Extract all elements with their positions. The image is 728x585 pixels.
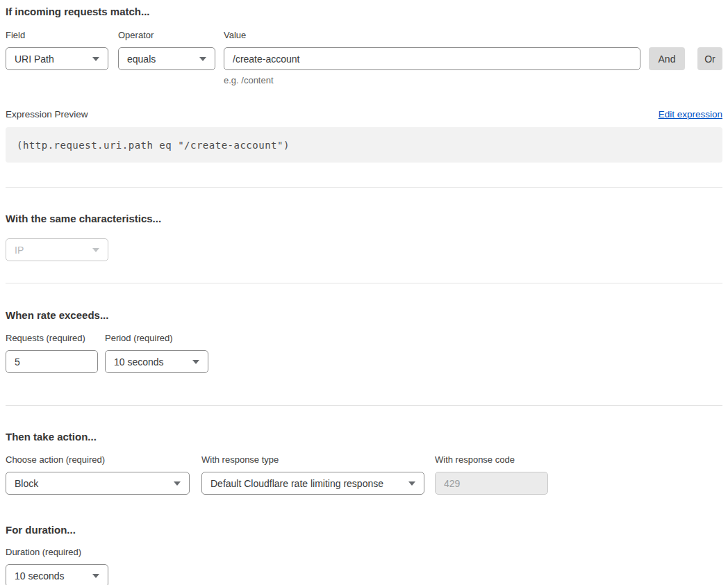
divider (6, 187, 722, 188)
operator-select[interactable]: equals (118, 47, 215, 70)
response-type-select-value: Default Cloudflare rate limiting respons… (210, 478, 383, 489)
action-row: Choose action (required) Block With resp… (6, 454, 722, 495)
field-select-value: URI Path (15, 53, 54, 65)
value-label: Value (224, 30, 640, 40)
section-for-duration: For duration... Duration (required) 10 s… (6, 524, 722, 585)
response-type-label: With response type (201, 454, 424, 465)
or-button[interactable]: Or (697, 47, 722, 70)
response-code-input (435, 472, 548, 495)
duration-select[interactable]: 10 seconds (6, 564, 108, 585)
response-code-label: With response code (435, 454, 548, 465)
expression-preview-code: (http.request.uri.path eq "/create-accou… (6, 127, 722, 163)
chevron-down-icon (92, 248, 99, 252)
operator-label: Operator (118, 30, 215, 40)
section-heading-action: Then take action... (6, 431, 722, 443)
field-select[interactable]: URI Path (6, 47, 108, 70)
period-label: Period (required) (105, 333, 208, 343)
section-same-characteristics: With the same characteristics... IP (6, 213, 722, 261)
value-input[interactable] (224, 47, 640, 70)
expression-preview-row: Expression Preview Edit expression (6, 109, 722, 120)
divider (6, 405, 722, 406)
chevron-down-icon (174, 481, 181, 486)
duration-select-value: 10 seconds (15, 570, 65, 582)
value-helper-text: e.g. /content (224, 75, 640, 85)
section-rate-exceeds: When rate exceeds... Requests (required)… (6, 309, 722, 373)
choose-action-label: Choose action (required) (6, 454, 190, 465)
period-select-value: 10 seconds (114, 356, 164, 368)
rate-row: Requests (required) Period (required) 10… (6, 333, 722, 373)
requests-label: Requests (required) (6, 333, 98, 343)
chevron-down-icon (192, 360, 199, 364)
section-heading-rate: When rate exceeds... (6, 309, 722, 322)
expression-preview-label: Expression Preview (6, 109, 88, 120)
requests-input[interactable] (6, 350, 98, 373)
rate-limit-rule-form: If incoming requests match... Field URI … (0, 0, 728, 585)
section-incoming-requests-match: If incoming requests match... Field URI … (6, 6, 722, 163)
section-heading-characteristics: With the same characteristics... (6, 213, 722, 225)
action-select[interactable]: Block (6, 472, 190, 495)
action-select-value: Block (15, 478, 38, 489)
field-label: Field (6, 30, 108, 40)
characteristic-select-value: IP (15, 245, 24, 256)
response-type-select[interactable]: Default Cloudflare rate limiting respons… (201, 472, 424, 495)
edit-expression-link[interactable]: Edit expression (659, 109, 722, 120)
operator-select-value: equals (127, 53, 156, 65)
section-heading-match: If incoming requests match... (6, 6, 722, 18)
and-button[interactable]: And (649, 47, 685, 70)
period-select[interactable]: 10 seconds (105, 350, 208, 373)
characteristic-select: IP (6, 238, 108, 261)
section-take-action: Then take action... Choose action (requi… (6, 431, 722, 495)
helper-row: e.g. /content (6, 70, 722, 85)
match-condition-row: Field URI Path Operator equals Value And… (6, 30, 722, 70)
chevron-down-icon (408, 481, 415, 486)
chevron-down-icon (199, 57, 206, 61)
chevron-down-icon (92, 57, 99, 61)
chevron-down-icon (92, 574, 99, 578)
duration-label: Duration (required) (6, 547, 108, 557)
divider (6, 283, 722, 283)
section-heading-duration: For duration... (6, 524, 722, 536)
